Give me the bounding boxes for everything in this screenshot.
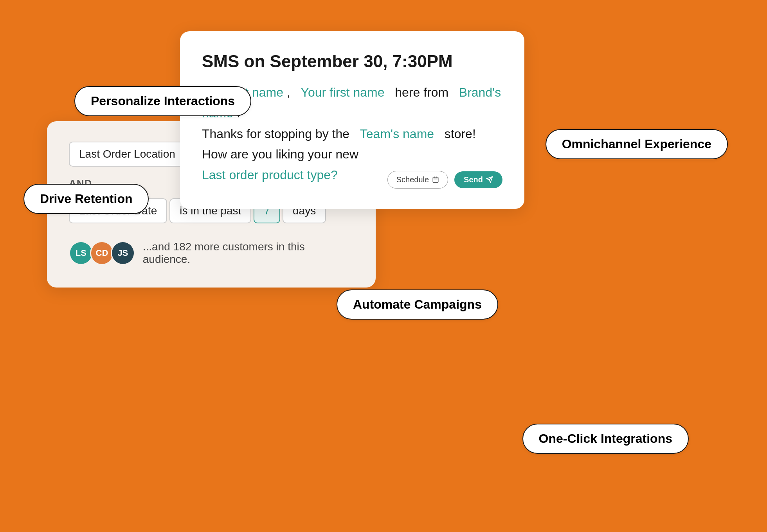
svg-rect-0 [433,177,438,183]
avatar-ls: LS [69,241,93,265]
sms-here-from: here from [395,85,448,99]
avatar-js: JS [111,241,135,265]
schedule-button[interactable]: Schedule [387,171,448,189]
send-icon [486,176,493,183]
drive-retention-label: Drive Retention [23,184,149,214]
personalize-interactions-label: Personalize Interactions [74,86,251,116]
token-team-name: Team's name [360,127,434,141]
token-your-first-name: Your first name [301,85,384,99]
sms-thanks: Thanks for stopping by the [202,127,349,141]
audience-count-text: ...and 182 more customers in this audien… [143,241,354,266]
audience-avatars: LS CD JS ...and 182 more customers in th… [69,241,354,266]
omnichannel-label: Omnichannel Experience [546,129,728,159]
sms-card-title: SMS on September 30, 7:30PM [202,52,502,71]
sms-card: SMS on September 30, 7:30PM Hi First nam… [180,31,524,209]
sms-card-actions: Schedule Send [387,171,502,189]
send-button[interactable]: Send [454,171,502,188]
automate-campaigns-label: Automate Campaigns [337,289,498,320]
one-click-integrations-label: One-Click Integrations [522,424,689,454]
calendar-icon [432,176,439,183]
filter1-field: Last Order Location [69,142,185,167]
send-label: Send [464,175,483,184]
schedule-label: Schedule [396,175,429,184]
token-product-type: Last order product type? [202,168,338,182]
avatar-cd: CD [90,241,114,265]
sms-comma: , [287,85,290,99]
